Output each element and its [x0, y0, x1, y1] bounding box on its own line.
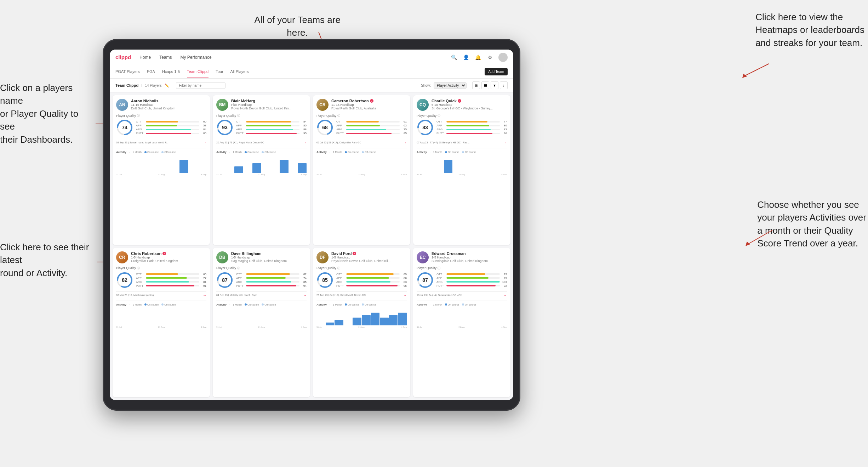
round-arrow-icon[interactable]: → — [403, 293, 407, 297]
nav-home[interactable]: Home — [139, 55, 151, 60]
player-name[interactable]: Blair McHarg — [231, 99, 307, 103]
player-name[interactable]: Dave Billingham — [231, 251, 307, 256]
nav-teams[interactable]: Teams — [159, 55, 172, 60]
round-arrow-icon[interactable]: → — [303, 141, 307, 144]
player-name[interactable]: Charlie Quick ✓ — [432, 99, 507, 103]
score-circle[interactable]: 74 — [116, 119, 133, 136]
search-icon[interactable]: 🔍 — [450, 54, 457, 61]
list-view-icon[interactable]: ☰ — [481, 81, 489, 89]
activity-period[interactable]: 1 Month — [333, 151, 342, 153]
quality-info-icon[interactable]: ⓘ — [337, 266, 340, 270]
score-number: 68 — [322, 125, 328, 130]
activity-header: Activity · 1 Month On course Off course — [316, 150, 407, 154]
tab-team-clippd[interactable]: Team Clippd — [187, 65, 209, 78]
round-arrow-icon[interactable]: → — [203, 141, 206, 144]
quality-info-icon[interactable]: ⓘ — [337, 114, 340, 118]
add-team-button[interactable]: Add Team — [485, 68, 508, 75]
activity-period[interactable]: 1 Month — [333, 303, 342, 306]
tab-pga[interactable]: PGA — [147, 65, 155, 78]
latest-round[interactable]: 03 Mar 23 | 19, Must make putting → — [116, 291, 206, 298]
player-card[interactable]: EC Edward Crossman 1-5 Handicap Sunningd… — [413, 248, 510, 398]
tab-all-players[interactable]: All Players — [230, 65, 249, 78]
round-arrow-icon[interactable]: → — [503, 293, 507, 297]
player-name[interactable]: Aaron Nicholls — [131, 99, 206, 103]
activity-period[interactable]: 1 Month — [233, 151, 242, 153]
latest-round[interactable]: 07 Aug 23 | 77 (+7), St George's Hill GC… — [417, 139, 507, 146]
latest-round[interactable]: 26 Aug 23 | 73 (+1), Royal North Devon G… — [216, 139, 307, 146]
latest-round[interactable]: 26 Aug 23 | 84 (+12), Royal North Devon … — [316, 291, 407, 298]
user-icon[interactable]: 👤 — [462, 54, 469, 61]
bell-icon[interactable]: 🔔 — [474, 54, 481, 61]
player-name[interactable]: Cameron Robertson ✓ — [331, 99, 407, 103]
filter-icon[interactable]: ▼ — [491, 81, 498, 89]
latest-round[interactable]: 18 Jul 23 | 74 (+4), Sunningdale GC - Ol… — [417, 291, 507, 298]
activity-period[interactable]: 1 Month — [133, 303, 142, 306]
tab-tour[interactable]: Tour — [216, 65, 223, 78]
activity-title: Activity — [116, 150, 126, 154]
edit-icon[interactable]: ✏️ — [165, 84, 169, 87]
show-select[interactable]: Player Activity — [434, 82, 467, 89]
off-course-legend: Off course — [362, 303, 376, 306]
player-header: AN Aaron Nicholls 11-15 Handicap Drift G… — [116, 99, 206, 111]
user-avatar[interactable] — [498, 53, 508, 62]
score-number: 85 — [322, 277, 328, 283]
round-arrow-icon[interactable]: → — [403, 141, 407, 144]
round-arrow-icon[interactable]: → — [203, 293, 206, 297]
quality-info-icon[interactable]: ⓘ — [438, 266, 440, 270]
latest-round[interactable]: 02 Sep 23 | Sunset round to get back int… — [116, 139, 206, 146]
tab-hcaps[interactable]: Hcaps 1-5 — [162, 65, 180, 78]
grid-view-icon[interactable]: ⊞ — [472, 81, 480, 89]
off-course-legend: Off course — [362, 151, 376, 153]
score-circle[interactable]: 83 — [417, 119, 434, 136]
round-arrow-icon[interactable]: → — [303, 293, 307, 297]
activity-period[interactable]: 1 Month — [133, 151, 142, 153]
quality-info-icon[interactable]: ⓘ — [237, 266, 240, 270]
latest-round[interactable]: 02 Jul 23 | 59 (+17), Craigmillar Park G… — [316, 139, 407, 146]
score-circle[interactable]: 87 — [216, 272, 233, 289]
player-name[interactable]: David Ford ✓ — [331, 251, 407, 256]
stat-row-ott: OTT 61 — [336, 120, 407, 123]
settings-icon[interactable]: ⚙ — [486, 54, 493, 61]
quality-info-icon[interactable]: ⓘ — [237, 114, 240, 118]
team-count: 14 Players — [145, 84, 162, 87]
score-circle[interactable]: 68 — [316, 119, 333, 136]
activity-period[interactable]: 1 Month — [433, 303, 442, 306]
chart-labels: 31 Jul21 Aug4 Sep — [216, 173, 307, 176]
activity-period[interactable]: 1 Month — [433, 151, 442, 153]
player-card[interactable]: CR Chris Robertson ✓ 1-5 Handicap Craigm… — [113, 248, 210, 398]
off-course-legend: Off course — [161, 151, 176, 153]
stat-row-ott: OTT 89 — [336, 273, 407, 276]
player-card[interactable]: DF David Ford ✓ 1-5 Handicap Royal North… — [313, 248, 410, 398]
stats-bars: OTT 61 APP 63 ARG 75 — [336, 120, 407, 135]
nav-my-performance[interactable]: My Performance — [181, 55, 212, 60]
player-header: DF David Ford ✓ 1-5 Handicap Royal North… — [316, 251, 407, 263]
player-club: Sag Maging Golf Club, United Kingdom — [231, 259, 307, 263]
latest-round[interactable]: 04 Sep 23 | Mobility with coach, Gym → — [216, 291, 307, 298]
round-arrow-icon[interactable]: → — [503, 141, 507, 144]
player-card[interactable]: BM Blair McHarg Plus Handicap Royal Nort… — [213, 95, 310, 245]
search-input[interactable] — [176, 82, 225, 89]
activity-period[interactable]: 1 Month — [233, 303, 242, 306]
player-name[interactable]: Edward Crossman — [432, 251, 507, 256]
chart-bar — [380, 318, 389, 325]
player-card[interactable]: AN Aaron Nicholls 11-15 Handicap Drift G… — [113, 95, 210, 245]
sort-icon[interactable]: ↕ — [500, 81, 508, 89]
quality-info-icon[interactable]: ⓘ — [137, 114, 140, 118]
score-circle[interactable]: 93 — [216, 119, 233, 136]
quality-label: Player Quality ⓘ — [316, 114, 407, 118]
player-name[interactable]: Chris Robertson ✓ — [131, 251, 206, 256]
player-card[interactable]: CR Cameron Robertson ✓ 11-15 Handicap Ro… — [313, 95, 410, 245]
show-label: Show: — [421, 84, 431, 87]
quality-info-icon[interactable]: ⓘ — [438, 114, 440, 118]
tab-pgat[interactable]: PGAT Players — [115, 65, 140, 78]
score-circle[interactable]: 87 — [417, 272, 434, 289]
quality-info-icon[interactable]: ⓘ — [137, 266, 140, 270]
player-card[interactable]: CQ Charlie Quick ✓ 6-10 Handicap St. Geo… — [413, 95, 510, 245]
round-text: 26 Aug 23 | 73 (+1), Royal North Devon G… — [216, 141, 303, 144]
activity-section: Activity · 1 Month On course Off course — [216, 148, 307, 176]
player-handicap: 1-5 Handicap — [131, 256, 206, 259]
quality-label: Player Quality ⓘ — [116, 266, 206, 270]
player-card[interactable]: DB Dave Billingham 1-5 Handicap Sag Magi… — [213, 248, 310, 398]
score-circle[interactable]: 85 — [316, 272, 333, 289]
score-circle[interactable]: 82 — [116, 272, 133, 289]
